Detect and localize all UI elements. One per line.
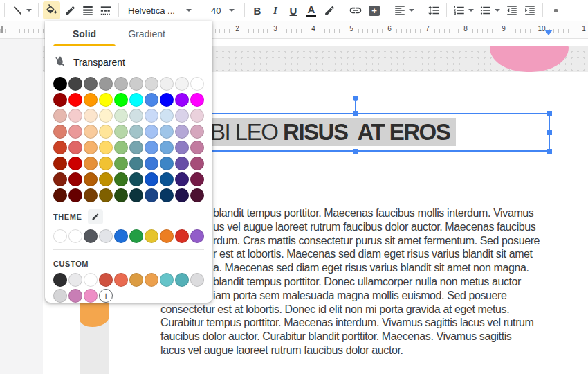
color-swatch[interactable] <box>53 109 67 123</box>
color-swatch[interactable] <box>145 141 158 154</box>
color-swatch[interactable] <box>190 125 204 139</box>
color-swatch[interactable] <box>53 157 67 170</box>
color-swatch[interactable] <box>129 188 143 202</box>
selection-handle-bottom[interactable] <box>353 149 358 154</box>
border-weight-button[interactable] <box>80 1 96 19</box>
color-swatch[interactable] <box>190 172 204 186</box>
color-swatch[interactable] <box>114 109 128 123</box>
custom-swatch[interactable] <box>129 273 143 287</box>
color-swatch[interactable] <box>84 77 98 91</box>
theme-swatch[interactable] <box>99 229 113 243</box>
color-swatch[interactable] <box>53 188 67 202</box>
tab-solid[interactable]: Solid <box>53 21 116 46</box>
color-swatch[interactable] <box>114 125 128 139</box>
custom-swatch[interactable] <box>68 273 82 287</box>
color-swatch[interactable] <box>129 77 143 91</box>
color-swatch[interactable] <box>84 188 98 202</box>
color-swatch[interactable] <box>68 188 82 202</box>
color-swatch[interactable] <box>129 109 143 123</box>
color-swatch[interactable] <box>190 188 204 202</box>
custom-swatch[interactable] <box>175 273 189 287</box>
color-swatch[interactable] <box>99 109 113 123</box>
theme-swatch[interactable] <box>84 229 98 243</box>
color-swatch[interactable] <box>84 125 98 139</box>
color-swatch[interactable] <box>114 93 128 107</box>
more-options-button[interactable] <box>547 1 564 19</box>
underline-button[interactable]: U <box>285 1 302 19</box>
color-swatch[interactable] <box>84 93 98 107</box>
custom-swatch[interactable] <box>84 289 98 303</box>
color-swatch[interactable] <box>114 188 128 202</box>
color-swatch[interactable] <box>175 93 189 107</box>
custom-swatch[interactable] <box>68 289 82 303</box>
title-textbox[interactable]: BI LEO RISUS AT EROS <box>161 113 550 152</box>
bulleted-list-button[interactable] <box>477 1 502 19</box>
color-swatch[interactable] <box>84 109 98 123</box>
text-color-button[interactable]: A <box>303 1 320 19</box>
decrease-indent-button[interactable] <box>504 1 520 19</box>
color-swatch[interactable] <box>114 157 128 170</box>
color-swatch[interactable] <box>175 172 189 186</box>
theme-swatch[interactable] <box>160 229 174 243</box>
color-swatch[interactable] <box>129 141 143 154</box>
color-swatch[interactable] <box>84 172 98 186</box>
color-swatch[interactable] <box>175 157 189 170</box>
color-swatch[interactable] <box>175 109 189 123</box>
color-swatch[interactable] <box>160 77 174 91</box>
highlight-color-button[interactable] <box>321 1 338 19</box>
color-swatch[interactable] <box>160 125 174 139</box>
color-swatch[interactable] <box>68 157 82 170</box>
color-swatch[interactable] <box>160 172 174 186</box>
insert-link-button[interactable] <box>347 1 365 19</box>
theme-swatch[interactable] <box>175 229 189 243</box>
align-button[interactable] <box>392 1 416 19</box>
color-swatch[interactable] <box>145 188 158 202</box>
color-swatch[interactable] <box>99 172 113 186</box>
custom-swatch[interactable] <box>114 273 128 287</box>
color-swatch[interactable] <box>190 109 204 123</box>
color-swatch[interactable] <box>84 141 98 154</box>
color-swatch[interactable] <box>68 141 82 154</box>
theme-swatch[interactable] <box>145 229 158 243</box>
color-swatch[interactable] <box>145 125 158 139</box>
line-tool-button[interactable] <box>9 1 34 19</box>
theme-swatch[interactable] <box>129 229 143 243</box>
color-swatch[interactable] <box>175 125 189 139</box>
color-swatch[interactable] <box>68 77 82 91</box>
increase-indent-button[interactable] <box>522 1 538 19</box>
color-swatch[interactable] <box>129 157 143 170</box>
insert-comment-button[interactable]: + <box>366 1 383 19</box>
line-spacing-button[interactable] <box>425 1 442 19</box>
font-size-select[interactable]: 40 <box>205 1 240 19</box>
rotation-handle[interactable] <box>353 96 358 101</box>
color-swatch[interactable] <box>160 109 174 123</box>
color-swatch[interactable] <box>145 157 158 170</box>
color-swatch[interactable] <box>68 172 82 186</box>
font-family-select[interactable]: Helvetica ... <box>123 1 196 19</box>
color-swatch[interactable] <box>84 157 98 170</box>
color-swatch[interactable] <box>114 172 128 186</box>
theme-swatch[interactable] <box>190 229 204 243</box>
color-swatch[interactable] <box>145 93 158 107</box>
bold-button[interactable]: B <box>249 1 266 19</box>
color-swatch[interactable] <box>160 157 174 170</box>
color-swatch[interactable] <box>53 77 67 91</box>
custom-swatch[interactable] <box>53 273 67 287</box>
color-swatch[interactable] <box>190 157 204 170</box>
selection-handle-top-right[interactable] <box>547 111 552 116</box>
tab-gradient[interactable]: Gradient <box>116 21 178 46</box>
custom-swatch[interactable] <box>99 273 113 287</box>
numbered-list-button[interactable] <box>451 1 476 19</box>
add-custom-color-button[interactable]: + <box>99 289 113 303</box>
color-swatch[interactable] <box>99 188 113 202</box>
border-dash-button[interactable] <box>98 1 114 19</box>
theme-swatch[interactable] <box>68 229 82 243</box>
color-swatch[interactable] <box>99 141 113 154</box>
italic-button[interactable]: I <box>267 1 284 19</box>
color-swatch[interactable] <box>160 188 174 202</box>
color-swatch[interactable] <box>114 77 128 91</box>
color-swatch[interactable] <box>99 157 113 170</box>
custom-swatch[interactable] <box>53 289 67 303</box>
color-swatch[interactable] <box>68 125 82 139</box>
color-swatch[interactable] <box>190 77 204 91</box>
